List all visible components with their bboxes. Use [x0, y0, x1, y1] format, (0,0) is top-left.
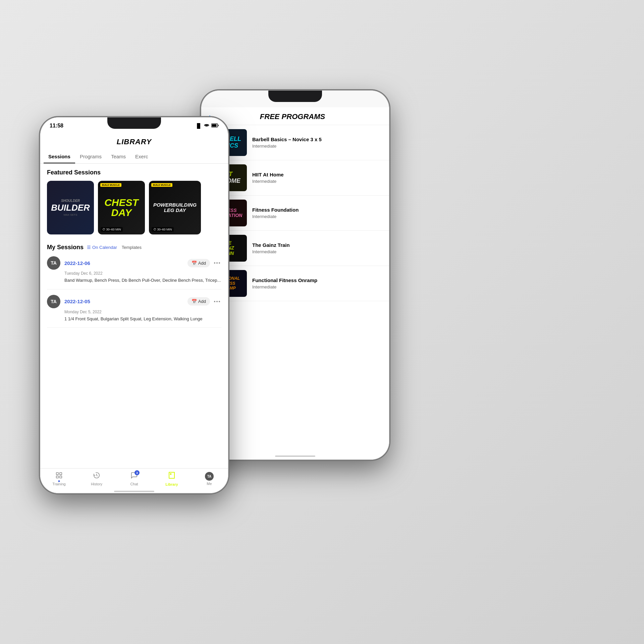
- fp-header: ‹ FREE PROGRAMS: [201, 107, 389, 125]
- program-name-2: HIIT At Home: [252, 172, 384, 177]
- program-info-1: Barbell Basics – Novice 3 x 5 Intermedia…: [252, 137, 384, 149]
- session-item-2[interactable]: TA 2022-12-05 📅 Add: [47, 295, 221, 328]
- session-actions-2: 📅 Add: [187, 297, 221, 306]
- fp-title: FREE PROGRAMS: [215, 112, 370, 121]
- program-level-3: Intermediate: [252, 214, 384, 219]
- library-tabs[interactable]: Sessions Programs Teams Exerc: [40, 150, 228, 164]
- program-item-3[interactable]: FITNESSFOUNDATION Fitness Foundation Int…: [201, 196, 389, 231]
- add-btn-2[interactable]: 📅 Add: [187, 297, 210, 306]
- program-item-2[interactable]: HIITAT HOME HIIT At Home Intermediate: [201, 160, 389, 196]
- nav-history-label: History: [91, 482, 102, 486]
- featured-card-leg[interactable]: BUILD MUSCLE POWERBUILDINGLEG DAY ⏱ 30–6…: [149, 181, 201, 234]
- card-deco-1: SHOULDER BUILDER MAX SETS: [47, 181, 94, 234]
- bottom-nav: Training History 3 Chat: [40, 468, 228, 491]
- session-date-2[interactable]: 2022-12-05: [64, 299, 90, 304]
- more-btn-2[interactable]: [213, 300, 221, 304]
- featured-scroll[interactable]: SHOULDER BUILDER MAX SETS BUILD MUSCLE: [47, 181, 221, 236]
- program-name-4: The Gainz Train: [252, 242, 384, 248]
- calendar-icon: ☰: [87, 245, 91, 250]
- avatar-2: TA: [47, 295, 60, 308]
- nav-library-label: Library: [165, 482, 178, 486]
- nav-training-label: Training: [52, 482, 65, 486]
- nav-training[interactable]: Training: [49, 472, 69, 486]
- session-sub-date-2: Monday Dec 5, 2022: [64, 310, 221, 314]
- my-sessions-title: My Sessions: [47, 244, 84, 251]
- home-indicator-2: [201, 453, 389, 460]
- nav-history[interactable]: History: [87, 472, 107, 486]
- featured-card-shoulder[interactable]: SHOULDER BUILDER MAX SETS: [47, 181, 94, 234]
- my-sessions-header: My Sessions ☰ On Calendar Templates: [47, 244, 221, 251]
- nav-chat-label: Chat: [130, 482, 138, 486]
- on-calendar-btn[interactable]: ☰ On Calendar: [87, 245, 117, 250]
- session-row-2: TA 2022-12-05 📅 Add: [47, 295, 221, 308]
- program-name-3: Fitness Foundation: [252, 207, 384, 213]
- home-indicator: [40, 491, 228, 493]
- battery-icon: [211, 123, 219, 128]
- session-exercises-2: 1 1/4 Front Squat, Bulgarian Split Squat…: [64, 316, 221, 322]
- session-actions-1: 📅 Add: [187, 259, 221, 267]
- program-item-1[interactable]: BARBELLBASICS Barbell Basics – Novice 3 …: [201, 125, 389, 160]
- program-level-2: Intermediate: [252, 179, 384, 184]
- nav-library[interactable]: Library: [162, 471, 182, 486]
- nav-me-label: Me: [207, 482, 212, 486]
- program-info-5: Functional Fitness Onramp Intermediate: [252, 277, 384, 289]
- session-row-1: TA 2022-12-06 📅 Add: [47, 256, 221, 270]
- tab-programs[interactable]: Programs: [75, 150, 106, 163]
- svg-rect-2: [56, 473, 58, 475]
- wifi-icon: [204, 123, 209, 128]
- notch-2: [268, 91, 322, 102]
- svg-rect-5: [60, 476, 62, 478]
- card-deco-2: BUILD MUSCLE CHESTDAY ⏱ 30–60 MIN: [98, 181, 145, 234]
- phone-library: 11:58 ▐▌ LIBRARY Sess: [40, 117, 228, 493]
- program-level-1: Intermediate: [252, 144, 384, 149]
- nav-me[interactable]: TA Me: [199, 472, 219, 486]
- avatar-1: TA: [47, 256, 60, 270]
- phone-free-programs: ‹ FREE PROGRAMS BARBELLBASICS Barbell Ba: [201, 91, 389, 460]
- program-name-5: Functional Fitness Onramp: [252, 277, 384, 283]
- featured-card-chest[interactable]: BUILD MUSCLE CHESTDAY ⏱ 30–60 MIN: [98, 181, 145, 234]
- library-header: LIBRARY: [40, 134, 228, 146]
- svg-rect-1: [212, 124, 217, 127]
- templates-btn[interactable]: Templates: [122, 245, 142, 250]
- program-item-5[interactable]: FUNCTIONALFITNESSONRAMP Functional Fitne…: [201, 266, 389, 301]
- session-date-1[interactable]: 2022-12-06: [64, 260, 90, 266]
- featured-title: Featured Sessions: [47, 169, 221, 176]
- tab-teams[interactable]: Teams: [106, 150, 130, 163]
- svg-rect-3: [60, 473, 62, 475]
- library-screen: LIBRARY Sessions Programs Teams Exerc Fe…: [40, 134, 228, 493]
- tab-exercises[interactable]: Exerc: [130, 150, 153, 163]
- program-info-3: Fitness Foundation Intermediate: [252, 207, 384, 219]
- program-list: BARBELLBASICS Barbell Basics – Novice 3 …: [201, 125, 389, 453]
- notch: [107, 117, 161, 129]
- session-exercises-1: Band Warmup, Bench Press, Db Bench Pull-…: [64, 277, 221, 284]
- free-programs-screen: ‹ FREE PROGRAMS BARBELLBASICS Barbell Ba: [201, 107, 389, 460]
- program-name-1: Barbell Basics – Novice 3 x 5: [252, 137, 384, 142]
- add-btn-1[interactable]: 📅 Add: [187, 259, 210, 267]
- status-icons: ▐▌: [195, 123, 219, 128]
- program-info-4: The Gainz Train Intermediate: [252, 242, 384, 254]
- program-level-4: Intermediate: [252, 249, 384, 254]
- library-icon: [168, 471, 176, 481]
- program-level-5: Intermediate: [252, 284, 384, 289]
- nav-chat[interactable]: 3 Chat: [124, 472, 144, 486]
- tab-sessions[interactable]: Sessions: [44, 150, 75, 163]
- library-title: LIBRARY: [48, 138, 220, 146]
- me-icon: TA: [205, 472, 214, 481]
- training-icon: [55, 472, 63, 481]
- library-content: Featured Sessions SHOULDER BUILDER MAX S…: [40, 164, 228, 468]
- calendar-add-icon-2: 📅: [192, 299, 197, 304]
- calendar-add-icon-1: 📅: [192, 261, 197, 266]
- session-item-1[interactable]: TA 2022-12-06 📅 Add: [47, 256, 221, 289]
- chat-badge: 3: [135, 470, 140, 475]
- signal-icon: ▐▌: [195, 123, 202, 128]
- session-sub-date-1: Tuesday Dec 6, 2022: [64, 271, 221, 276]
- card-deco-3: BUILD MUSCLE POWERBUILDINGLEG DAY ⏱ 30–6…: [149, 181, 201, 234]
- svg-rect-4: [56, 476, 58, 478]
- status-time: 11:58: [50, 123, 63, 129]
- program-item-4[interactable]: THEGAINZTRAIN The Gainz Train Intermedia…: [201, 231, 389, 266]
- scene: 11:58 ▐▌ LIBRARY Sess: [0, 0, 644, 644]
- history-icon: [93, 472, 100, 481]
- program-info-2: HIIT At Home Intermediate: [252, 172, 384, 184]
- more-btn-1[interactable]: [213, 261, 221, 265]
- chat-icon: 3: [130, 472, 138, 481]
